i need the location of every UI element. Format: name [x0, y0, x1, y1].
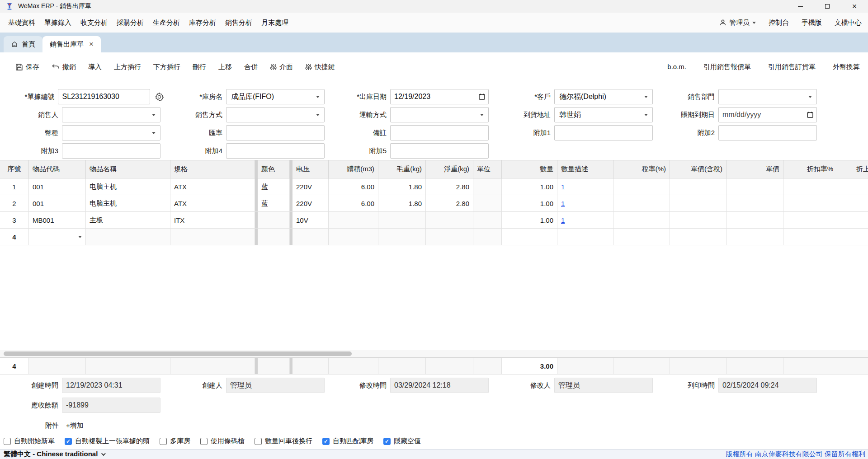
- horizontal-scrollbar[interactable]: [0, 350, 868, 357]
- qty-desc-link[interactable]: 1: [561, 216, 565, 224]
- cell-item-code[interactable]: 001: [29, 178, 86, 195]
- cell-net-weight[interactable]: [426, 212, 473, 228]
- cell-net-weight[interactable]: 2.80: [426, 178, 473, 195]
- option-checkbox[interactable]: 自動匹配庫房: [322, 437, 373, 445]
- checkbox-icon[interactable]: [322, 438, 330, 445]
- cell-tax-rate[interactable]: [613, 212, 670, 228]
- qty-desc-link[interactable]: 1: [561, 183, 565, 191]
- cell-volume[interactable]: 6.00: [329, 195, 378, 211]
- sales-mode-select[interactable]: [226, 107, 325, 122]
- tab-home[interactable]: 首頁: [4, 36, 42, 52]
- option-checkbox[interactable]: 數量回車後换行: [255, 437, 312, 445]
- option-checkbox[interactable]: 自動開始新單: [4, 437, 55, 445]
- menu-item[interactable]: 銷售分析: [221, 16, 257, 30]
- menu-item[interactable]: 收支分析: [76, 16, 112, 30]
- move-up-button[interactable]: 上移: [218, 63, 232, 71]
- checkbox-icon[interactable]: [255, 438, 262, 445]
- cell-unit[interactable]: [473, 178, 502, 195]
- scrollbar-thumb[interactable]: [4, 351, 352, 356]
- checkbox-icon[interactable]: [160, 438, 167, 445]
- language-selector[interactable]: 繁體中文 - Chinese traditional: [4, 450, 104, 459]
- currency-select[interactable]: [62, 125, 160, 141]
- delivery-addr-select[interactable]: 韩世娟: [554, 107, 653, 122]
- interface-button[interactable]: 介面: [270, 63, 293, 71]
- menu-item[interactable]: 基礎資料: [4, 16, 40, 30]
- due-date-input[interactable]: [718, 107, 817, 122]
- maximize-button[interactable]: [814, 0, 841, 13]
- shortcuts-button[interactable]: 快捷鍵: [305, 63, 335, 71]
- checkbox-icon[interactable]: [4, 438, 11, 445]
- cell-unit-price[interactable]: [726, 195, 783, 211]
- cell-unit-price[interactable]: [726, 212, 783, 228]
- toolbar-link[interactable]: 引用銷售報價單: [703, 63, 751, 71]
- cell-qty[interactable]: 1.00: [502, 178, 557, 195]
- cell-price-with-tax[interactable]: [670, 178, 726, 195]
- cell-volume[interactable]: [329, 212, 378, 228]
- cell-extra-discount[interactable]: [837, 229, 868, 245]
- cell-item-name[interactable]: 主板: [86, 212, 170, 228]
- cell-tax-rate[interactable]: [613, 229, 670, 245]
- cell-gross-weight[interactable]: 1.80: [378, 195, 426, 211]
- option-checkbox[interactable]: 使用條碼槍: [200, 437, 245, 445]
- menu-item[interactable]: 庫存分析: [184, 16, 221, 30]
- cell-tax-rate[interactable]: [613, 195, 670, 211]
- attachment-add-button[interactable]: +增加: [66, 422, 84, 430]
- copyright-link[interactable]: 版權所有 南京偉麥科技有限公司 保留所有權利: [726, 450, 865, 459]
- cell-gross-weight[interactable]: [378, 212, 426, 228]
- undo-button[interactable]: 撤銷: [52, 63, 76, 71]
- option-checkbox[interactable]: 多庫房: [160, 437, 190, 445]
- doc-no-input[interactable]: [58, 89, 150, 104]
- close-button[interactable]: ×: [841, 0, 868, 13]
- menu-item[interactable]: 生產分析: [148, 16, 184, 30]
- toolbar-link[interactable]: 外幣換算: [833, 63, 860, 71]
- cell-discount-rate[interactable]: [783, 195, 837, 211]
- cell-item-name[interactable]: 电脑主机: [86, 195, 170, 211]
- cell-unit-price[interactable]: [726, 178, 783, 195]
- cell-extra-discount[interactable]: [837, 212, 868, 228]
- option-checkbox[interactable]: 自動複製上一張單據的頭: [65, 437, 150, 445]
- cell-price-with-tax[interactable]: [670, 195, 726, 211]
- checkbox-icon[interactable]: [200, 438, 208, 445]
- cell-voltage[interactable]: [292, 229, 329, 245]
- toolbar-link[interactable]: 引用銷售訂貨單: [768, 63, 816, 71]
- extra1-input[interactable]: [554, 125, 653, 141]
- insert-row-below-button[interactable]: 下方插行: [153, 63, 180, 71]
- cell-color[interactable]: 蓝: [258, 178, 290, 195]
- cell-extra-discount[interactable]: [837, 195, 868, 211]
- cell-volume[interactable]: 6.00: [329, 178, 378, 195]
- cell-qty-desc[interactable]: [557, 229, 613, 245]
- extra5-input[interactable]: [390, 143, 489, 159]
- menubar-link-docs[interactable]: 文檔中心: [835, 19, 862, 27]
- item-code-select[interactable]: [29, 229, 86, 245]
- cell-spec[interactable]: [170, 229, 255, 245]
- user-menu[interactable]: 管理员: [719, 19, 756, 27]
- menubar-link-mobile[interactable]: 手機版: [802, 19, 822, 27]
- cell-item-name[interactable]: 电脑主机: [86, 178, 170, 195]
- transport-select[interactable]: [390, 107, 489, 122]
- cell-discount-rate[interactable]: [783, 212, 837, 228]
- remark-input[interactable]: [390, 125, 489, 141]
- menu-item[interactable]: 採購分析: [112, 16, 148, 30]
- cell-spec[interactable]: ATX: [170, 195, 255, 211]
- cell-unit-price[interactable]: [726, 229, 783, 245]
- menubar-link-console[interactable]: 控制台: [769, 19, 789, 27]
- out-date-input[interactable]: [390, 89, 489, 104]
- cell-unit[interactable]: [473, 229, 502, 245]
- import-button[interactable]: 導入: [88, 63, 102, 71]
- cell-discount-rate[interactable]: [783, 178, 837, 195]
- cell-qty[interactable]: 1.00: [502, 212, 557, 228]
- cell-spec[interactable]: ITX: [170, 212, 255, 228]
- cell-item-name[interactable]: [86, 229, 170, 245]
- cell-voltage[interactable]: 220V: [292, 195, 329, 211]
- cell-price-with-tax[interactable]: [670, 229, 726, 245]
- cell-qty[interactable]: 1.00: [502, 195, 557, 211]
- cell-unit[interactable]: [473, 212, 502, 228]
- minimize-button[interactable]: [787, 0, 814, 13]
- cell-color[interactable]: [258, 212, 290, 228]
- qty-desc-link[interactable]: 1: [561, 200, 565, 207]
- tab-close-icon[interactable]: ×: [89, 40, 94, 49]
- customer-select[interactable]: 德尔福(Delphi): [554, 89, 653, 104]
- cell-price-with-tax[interactable]: [670, 212, 726, 228]
- tab-sales-outbound[interactable]: 銷售出庫單 ×: [42, 36, 101, 52]
- cell-voltage[interactable]: 10V: [292, 212, 329, 228]
